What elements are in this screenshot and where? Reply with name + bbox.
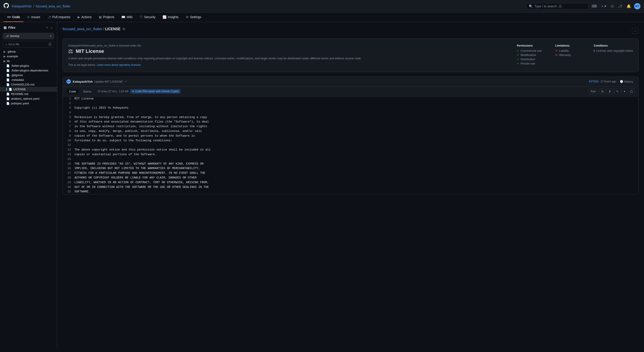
check-icon: ✓ [517,49,519,52]
github-logo-icon[interactable] [4,3,9,10]
license-name: MIT License [76,48,104,54]
tree-item-changelog[interactable]: 📄 CHANGELOG.md [0,82,57,87]
not-legal-text: This is not legal advice. [68,63,96,67]
search-files-placeholder: Go to file [8,43,19,46]
more-options-button[interactable]: ··· [632,28,639,34]
tree-item-lib[interactable]: ▶ lib [0,59,57,63]
search-box[interactable]: 🔍 Type / to search / [526,3,588,10]
tab-pull-requests[interactable]: ⎇ Pull requests [44,13,74,22]
clock-icon: 🕐 [620,80,623,83]
add-button[interactable]: + ▾ [600,3,608,10]
limitation-warranty-label: Warranty [559,53,571,57]
tree-item-example[interactable]: ▶ example [0,54,57,59]
tab-settings-label: Settings [190,15,202,19]
tab-insights[interactable]: 📈 Insights [159,13,182,22]
line-number: 4 [63,110,74,115]
tree-item-license[interactable]: 📄 LICENSE [0,87,57,92]
more-actions-button[interactable]: ▾ [622,88,627,94]
line-content: The above copyright notice and this perm… [74,147,638,152]
check-icon: ✓ [517,58,519,61]
notifications-button[interactable]: 🔔 [625,3,632,10]
line-content: Permission is hereby granted, free of ch… [74,115,638,120]
file-icon: 📄 [6,78,10,82]
tree-item-flutter-plugins[interactable]: 📄 .flutter-plugins [0,63,57,68]
sidebar: ▤ Files + ⌕ ⎇ develop ▾ ⌕ Go to file t ▶… [0,22,57,349]
tree-item-flutter-plugins-label: .flutter-plugins [11,64,29,67]
license-header: ⚖ MIT License [68,48,510,54]
line-number: 16 [63,166,74,171]
add-file-button[interactable]: + [46,25,49,30]
commit-author-name[interactable]: KobayashiYoh [73,80,92,83]
file-search-icon: ⌕ [6,43,7,46]
tab-projects[interactable]: ▦ Projects [95,13,118,22]
condition-notice: ℹ License and copyright notice [594,49,633,52]
tab-code[interactable]: <> Code [4,13,24,22]
download-button[interactable]: ⬇ [606,88,613,94]
user-link[interactable]: KobayashiYoh [12,5,32,8]
issues-button[interactable]: ⊙ [609,3,615,10]
code-line: 15THE SOFTWARE IS PROVIDED "AS IS", WITH… [63,162,638,166]
tab-issues[interactable]: ⊙ Issues [24,13,44,22]
line-content: in the Software without restriction, inc… [74,124,638,129]
line-content: AUTHORS OR COPYRIGHT HOLDERS BE LIABLE F… [74,175,638,180]
tab-code-view[interactable]: Code [66,89,79,94]
repo-nav: <> Code ⊙ Issues ⎇ Pull requests ▶ Actio… [0,13,644,22]
branch-selector[interactable]: ⎇ develop ▾ [3,33,54,39]
permission-private: ✓ Private use [517,62,548,65]
line-number: 8 [63,129,74,134]
line-number: 11 [63,143,74,147]
file-icon: 📄 [6,83,10,86]
limitations-col: Limitations ✕ Liability ✕ Warranty [555,44,586,67]
limitation-warranty: ✕ Warranty [555,53,586,57]
folder-icon: ▶ [4,60,6,63]
tree-item-flutter-plugins-dep[interactable]: 📄 .flutter-plugins-dependencies [0,68,57,73]
tab-actions[interactable]: ▶ Actions [74,13,95,22]
avatar[interactable]: KY [634,3,640,10]
terminal-button[interactable]: ⌨ [590,3,598,10]
tab-settings[interactable]: ⚙ Settings [182,13,205,22]
repo-sep: / [33,5,34,8]
commit-hash-link[interactable]: 63752fe [589,80,598,83]
line-number: 19 [63,180,74,185]
cross-icon: ✕ [555,53,558,57]
line-content: copies or substantial portions of the So… [74,152,638,157]
tab-security-label: Security [144,15,156,19]
tree-item-analysis[interactable]: 📄 analysis_options.yaml [0,96,57,101]
tree-item-metadata[interactable]: 📄 .metadata [0,77,57,82]
line-content: MIT License [74,96,638,101]
chevron-down-icon: ▾ [50,35,52,38]
breadcrumb-repo-link[interactable]: focused_area_ocr_flutter [62,27,102,31]
copy-path-button[interactable]: ⧉ [122,27,126,31]
copilot-badge[interactable]: ✦ Code 55% faster with GitHub Copilot [130,89,180,94]
tab-code-label: Code [12,15,20,19]
layout: ▤ Files + ⌕ ⎇ develop ▾ ⌕ Go to file t ▶… [0,22,644,349]
tab-blame-view[interactable]: Blame [80,89,94,94]
commit-author-avatar: KY [66,79,71,84]
conditions-col: Conditions ℹ License and copyright notic… [594,44,633,67]
pull-requests-button[interactable]: ⎇ [617,3,624,10]
repo-link[interactable]: focused_area_ocr_flutter [36,5,71,8]
file-icon: 📄 [6,97,10,100]
search-files-shortcut: t [48,43,52,46]
sidebar-title-text: Files [8,26,16,29]
tab-security[interactable]: 🛡 Security [136,13,159,22]
search-files[interactable]: ⌕ Go to file t [3,41,54,48]
line-content: FITNESS FOR A PARTICULAR PURPOSE AND NON… [74,171,638,175]
history-button[interactable]: 🕐 History [618,79,635,84]
permission-distribution-label: Distribution [520,58,535,61]
commit-time: 17 hours ago [600,80,616,83]
tab-wiki[interactable]: 📖 Wiki [118,13,136,22]
tree-item-pubspec[interactable]: 📄 pubspec.yaml [0,101,57,106]
tree-item-gitignore[interactable]: 📄 .gitignore [0,73,57,77]
file-icon: 📄 [6,92,10,96]
tree-item-github[interactable]: ▶ .github [0,49,57,54]
learn-more-link[interactable]: Learn more about repository licenses [97,63,141,67]
tree-item-readme[interactable]: 📄 README.md [0,92,57,96]
search-sidebar-button[interactable]: ⌕ [50,25,54,30]
line-content [74,157,638,162]
edit-button[interactable]: ✎ [614,88,621,94]
raw-button[interactable]: Raw [588,89,598,94]
collapse-button[interactable]: ⊡ [628,88,635,94]
commit-status-check: ✓ [124,80,127,83]
copy-raw-button[interactable]: ⧉ [599,88,606,94]
